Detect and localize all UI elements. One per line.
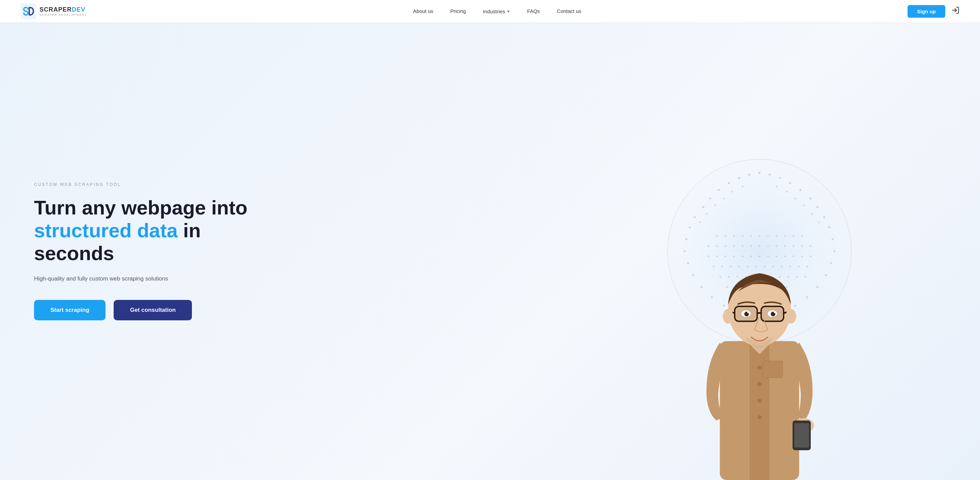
svg-point-41	[742, 186, 743, 188]
svg-rect-139	[794, 423, 809, 448]
svg-point-5	[789, 182, 791, 184]
svg-point-73	[810, 246, 811, 247]
svg-point-71	[793, 246, 795, 247]
logo-icon	[21, 3, 36, 19]
svg-point-155	[786, 309, 796, 324]
svg-point-19	[689, 226, 691, 228]
logo-link[interactable]: SCRAPERDEV SCRAPER DEVELOPMENT	[21, 3, 87, 19]
svg-point-154	[723, 309, 733, 324]
nav-item-industries[interactable]: Industries ▼	[483, 8, 510, 14]
svg-point-133	[757, 382, 762, 386]
svg-point-14	[702, 206, 705, 208]
svg-point-69	[776, 246, 778, 247]
hero-buttons: Start scraping Get consultation	[34, 300, 505, 321]
svg-point-4	[779, 177, 781, 179]
svg-point-63	[725, 246, 727, 247]
svg-point-7	[738, 177, 740, 179]
main-nav: About us Pricing Industries ▼ FAQs Conta…	[413, 8, 581, 14]
logo-tagline: SCRAPER DEVELOPMENT	[40, 13, 87, 16]
nav-item-contact[interactable]: Contact us	[557, 8, 582, 14]
svg-rect-136	[763, 361, 783, 378]
navbar-actions: Sign up	[907, 5, 959, 18]
hero-eyebrow: CUSTOM WEB SCRAPING TOOL	[34, 182, 505, 187]
svg-point-66	[750, 246, 752, 247]
start-scraping-button[interactable]: Start scraping	[34, 300, 105, 321]
logo-name-dev: DEV	[72, 6, 86, 13]
hero-title: Turn any webpage into structured data in…	[34, 196, 505, 265]
svg-point-45	[811, 213, 813, 215]
svg-point-67	[759, 246, 760, 247]
svg-point-12	[718, 189, 720, 191]
svg-point-44	[803, 204, 805, 206]
svg-point-152	[747, 312, 749, 314]
hero-subtitle: High-quality and fully custom web scrapi…	[34, 274, 505, 283]
svg-point-10	[810, 198, 811, 199]
svg-point-132	[757, 366, 762, 370]
svg-point-62	[716, 246, 718, 247]
svg-point-60	[801, 235, 803, 237]
svg-point-68	[767, 246, 769, 247]
logo-name-scraper: SCRAPER	[40, 6, 72, 13]
svg-point-55	[759, 235, 760, 237]
svg-point-13	[709, 198, 711, 199]
nav-link-industries[interactable]: Industries ▼	[483, 8, 510, 14]
svg-point-9	[799, 189, 801, 191]
svg-point-65	[742, 246, 743, 247]
svg-point-64	[733, 246, 735, 247]
svg-point-56	[767, 235, 769, 237]
get-consultation-button[interactable]: Get consultation	[114, 300, 192, 321]
hero-person-image	[685, 249, 834, 480]
svg-point-38	[776, 186, 778, 188]
svg-point-72	[801, 246, 803, 247]
nav-link-pricing[interactable]: Pricing	[450, 8, 466, 14]
svg-point-2	[759, 172, 760, 174]
svg-point-57	[776, 235, 778, 237]
svg-point-40	[795, 198, 796, 199]
hero-content: CUSTOM WEB SCRAPING TOOL Turn any webpag…	[0, 22, 539, 480]
svg-point-59	[793, 235, 795, 237]
signup-button[interactable]: Sign up	[907, 5, 945, 18]
nav-item-about[interactable]: About us	[413, 8, 433, 14]
svg-point-39	[786, 191, 788, 193]
nav-link-faqs[interactable]: FAQs	[527, 8, 540, 14]
svg-point-134	[757, 399, 762, 403]
hero-image-side	[539, 22, 980, 480]
logo-text: SCRAPERDEV SCRAPER DEVELOPMENT	[40, 6, 87, 16]
svg-point-11	[816, 206, 818, 208]
svg-point-54	[750, 235, 752, 237]
svg-point-70	[784, 246, 786, 247]
svg-point-51	[725, 235, 727, 237]
svg-point-153	[774, 312, 775, 314]
svg-point-17	[832, 238, 834, 240]
nav-link-about[interactable]: About us	[413, 8, 433, 14]
nav-item-pricing[interactable]: Pricing	[450, 8, 466, 14]
svg-point-20	[685, 238, 687, 240]
svg-point-42	[732, 191, 733, 193]
nav-item-faqs[interactable]: FAQs	[527, 8, 540, 14]
svg-point-8	[728, 182, 730, 184]
svg-point-46	[714, 204, 716, 206]
svg-point-52	[733, 235, 735, 237]
svg-point-48	[818, 222, 820, 223]
hero-title-highlight: structured data	[34, 219, 178, 241]
svg-point-18	[694, 216, 696, 218]
svg-point-3	[769, 174, 771, 175]
svg-point-135	[757, 415, 762, 419]
chevron-down-icon: ▼	[507, 10, 510, 13]
svg-point-47	[706, 213, 708, 215]
nav-link-contact[interactable]: Contact us	[557, 8, 582, 14]
svg-point-16	[828, 226, 830, 228]
svg-point-49	[699, 222, 701, 223]
svg-point-58	[784, 235, 786, 237]
svg-point-61	[708, 246, 710, 247]
navbar: SCRAPERDEV SCRAPER DEVELOPMENT About us …	[0, 0, 980, 22]
svg-point-15	[823, 216, 825, 218]
hero-title-line1: Turn any webpage into	[34, 196, 247, 218]
svg-point-50	[716, 235, 718, 237]
hero-section: CUSTOM WEB SCRAPING TOOL Turn any webpag…	[0, 22, 980, 480]
login-icon[interactable]	[951, 6, 959, 16]
svg-point-6	[748, 174, 750, 175]
svg-point-43	[723, 198, 725, 199]
svg-point-53	[742, 235, 743, 237]
